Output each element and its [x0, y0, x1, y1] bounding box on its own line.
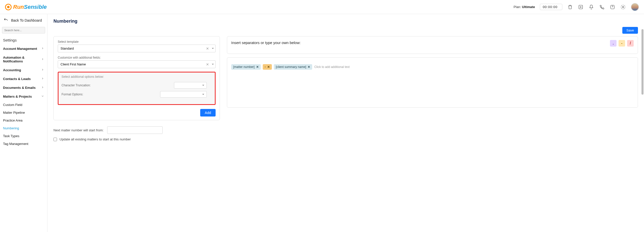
subnav-matters: Custom Field Matter Pipeline Practice Ar… — [0, 101, 47, 148]
start-number-section: Next matter number will start from: Upda… — [53, 126, 220, 141]
tag-label: - — [265, 65, 266, 69]
nav-accounting[interactable]: Accounting — [0, 66, 47, 74]
add-square-icon[interactable] — [578, 4, 583, 10]
tag-separator-dash[interactable]: - ✕ — [263, 64, 272, 70]
nav-label: Accounting — [3, 68, 21, 72]
save-button[interactable]: Save — [622, 27, 638, 34]
tags-card: [matter number] ✕ - ✕ [client summary na… — [227, 57, 638, 108]
sidebar: Back To Dashboard Settings Account Manag… — [0, 14, 47, 232]
chevron-down-icon[interactable] — [212, 47, 214, 50]
format-options-select[interactable] — [160, 91, 207, 98]
chevron-down-icon[interactable] — [212, 62, 214, 66]
page-title: Numbering — [53, 19, 638, 24]
back-label: Back To Dashboard — [11, 18, 42, 22]
tag-label: [client summary name] — [276, 65, 306, 69]
settings-header: Settings — [0, 36, 47, 44]
subnav-practice-area[interactable]: Practice Area — [0, 117, 47, 124]
template-select[interactable]: ✕ — [58, 45, 216, 52]
char-truncation-label: Character Truncation: — [62, 84, 91, 87]
chevron-down-icon — [41, 95, 44, 98]
separators-title: Insert separators or type your own below… — [231, 41, 301, 45]
nav-documents-emails[interactable]: Documents & Emails — [0, 83, 47, 92]
add-button[interactable]: Add — [200, 109, 216, 117]
plan-indicator: Plan: Ultimate — [514, 5, 535, 9]
subnav-tag-management[interactable]: Tag Management — [0, 140, 47, 148]
next-number-label: Next matter number will start from: — [53, 128, 104, 132]
clear-icon[interactable]: ✕ — [205, 63, 210, 66]
nav-label: Automation & Notifications — [3, 56, 41, 63]
customize-select[interactable]: ✕ — [58, 60, 216, 68]
nav-label: Account Management — [3, 47, 37, 51]
separators-card: Insert separators or type your own below… — [227, 36, 638, 54]
nav-matters-projects[interactable]: Matters & Projects — [0, 92, 47, 101]
help-icon[interactable] — [610, 4, 615, 10]
close-icon[interactable]: ✕ — [308, 65, 310, 69]
add-text-hint[interactable]: Click to add additional text — [314, 65, 349, 69]
separator-dash-button[interactable]: - — [619, 40, 625, 47]
close-icon[interactable]: ✕ — [267, 65, 270, 69]
chevron-down-icon — [202, 93, 204, 96]
chevron-down-icon — [202, 84, 204, 87]
subnav-task-types[interactable]: Task Types — [0, 132, 47, 140]
logo-icon — [5, 4, 12, 10]
topbar: RunSensible Plan: Ultimate 00:00:00 — [0, 0, 644, 14]
nav-label: Documents & Emails — [3, 86, 36, 90]
avatar[interactable] — [631, 3, 639, 11]
chevron-right-icon — [41, 86, 44, 90]
tag-matter-number[interactable]: [matter number] ✕ — [231, 64, 261, 70]
bell-icon[interactable] — [589, 4, 594, 10]
chevron-right-icon — [41, 58, 44, 61]
nav-account-management[interactable]: Account Management — [0, 44, 47, 53]
back-to-dashboard[interactable]: Back To Dashboard — [0, 15, 47, 25]
clear-icon[interactable]: ✕ — [205, 47, 210, 50]
chevron-right-icon — [41, 68, 44, 72]
search-box — [2, 27, 45, 33]
nav-label: Contacts & Leads — [3, 77, 31, 81]
format-options-label: Format Options: — [62, 93, 83, 96]
subnav-custom-field[interactable]: Custom Field — [0, 101, 47, 109]
svg-point-3 — [622, 6, 624, 8]
update-all-label: Update all existing matters to start at … — [60, 137, 131, 141]
separator-slash-button[interactable]: / — [627, 40, 634, 47]
update-all-checkbox[interactable] — [53, 138, 57, 141]
nav-contacts-leads[interactable]: Contacts & Leads — [0, 74, 47, 83]
scrollbar[interactable] — [641, 14, 643, 232]
topbar-right: Plan: Ultimate 00:00:00 — [514, 3, 639, 11]
template-card: Select template ✕ Customize with additio… — [53, 36, 220, 120]
tag-label: [matter number] — [233, 65, 255, 69]
template-input[interactable] — [58, 45, 216, 52]
customize-input[interactable] — [58, 60, 216, 68]
separator-dot-button[interactable]: . — [610, 40, 617, 47]
logo-sensible: Sensible — [24, 4, 47, 10]
template-label: Select template — [58, 40, 216, 44]
customize-label: Customize with additional fields: — [58, 56, 216, 59]
scrollbar-thumb[interactable] — [641, 29, 643, 95]
phone-icon[interactable] — [599, 4, 605, 10]
nav-automation-notifications[interactable]: Automation & Notifications — [0, 53, 47, 66]
plan-label: Plan: — [514, 5, 521, 9]
nav-label: Matters & Projects — [3, 95, 32, 98]
plan-value: Ultimate — [522, 5, 535, 9]
options-title: Select additional options below: — [62, 75, 212, 79]
close-icon[interactable]: ✕ — [256, 65, 259, 69]
separators-column: Insert separators or type your own below… — [227, 36, 638, 108]
gear-icon[interactable] — [620, 4, 626, 10]
main-content: Numbering Save Select template ✕ Customi… — [47, 14, 644, 232]
additional-options-box: Select additional options below: Charact… — [58, 72, 216, 105]
trash-icon[interactable] — [567, 4, 573, 10]
subnav-matter-pipeline[interactable]: Matter Pipeline — [0, 109, 47, 117]
timer-value: 00:00:00 — [543, 5, 558, 9]
chevron-right-icon — [41, 77, 44, 81]
timer-widget[interactable]: 00:00:00 — [540, 4, 562, 10]
tag-client-summary[interactable]: [client summary name] ✕ — [274, 64, 312, 70]
subnav-numbering[interactable]: Numbering — [0, 124, 47, 132]
chevron-right-icon — [41, 47, 44, 51]
char-truncation-select[interactable] — [174, 82, 207, 89]
logo-run: Run — [13, 4, 24, 10]
search-input[interactable] — [2, 27, 45, 33]
undo-icon — [4, 18, 8, 23]
next-number-input[interactable] — [107, 126, 163, 134]
logo[interactable]: RunSensible — [5, 4, 47, 10]
